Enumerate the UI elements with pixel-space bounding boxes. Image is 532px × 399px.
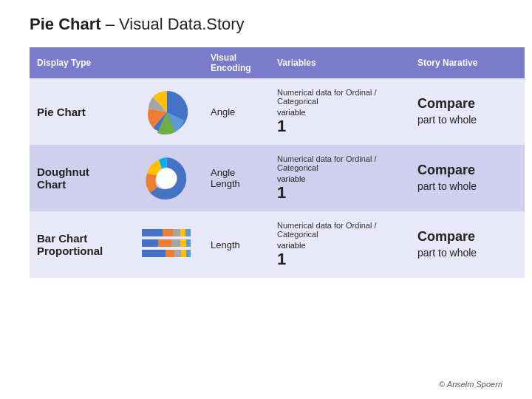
- svg-rect-1: [142, 229, 163, 236]
- variables-bar: Numerical data for Ordinal / Categorical…: [270, 211, 410, 278]
- main-table: Display Type Visual Encoding Variables S…: [30, 47, 525, 278]
- svg-rect-4: [180, 229, 185, 236]
- story-doughnut: Comparepart to whole: [410, 145, 525, 211]
- visual-doughnut: [133, 145, 203, 211]
- title-normal: – Visual Data.Story: [101, 15, 245, 33]
- visual-pie: [133, 78, 203, 145]
- bar-chart-visual: [140, 219, 192, 270]
- header-display-type: Display Type: [30, 47, 133, 78]
- table-row: Pie Chart: [30, 78, 525, 145]
- svg-rect-11: [142, 250, 166, 257]
- story-bar: Comparepart to whole: [410, 211, 525, 278]
- pie-chart-visual: [140, 86, 192, 137]
- display-type-pie: Pie Chart: [30, 78, 133, 145]
- svg-rect-6: [142, 239, 158, 247]
- header-visual: [133, 47, 203, 78]
- title-bold: Pie Chart: [30, 15, 101, 33]
- doughnut-chart-visual: [140, 152, 192, 204]
- encoding-doughnut: AngleLength: [203, 145, 270, 211]
- table-row: Bar ChartProportional: [30, 211, 525, 278]
- encoding-bar: Length: [203, 211, 270, 278]
- table-row: DoughnutChart: [30, 145, 525, 211]
- header-encoding: Visual Encoding: [203, 47, 270, 78]
- display-type-doughnut: DoughnutChart: [30, 145, 133, 211]
- svg-rect-12: [166, 250, 174, 257]
- visual-bar: [133, 211, 203, 278]
- variables-doughnut: Numerical data for Ordinal / Categorical…: [270, 145, 410, 211]
- svg-rect-13: [174, 250, 181, 257]
- svg-rect-10: [186, 239, 191, 247]
- svg-rect-3: [173, 229, 180, 236]
- svg-rect-15: [186, 250, 191, 257]
- header-story: Story Narative: [410, 47, 525, 78]
- variables-pie: Numerical data for Ordinal / Categorical…: [270, 78, 410, 145]
- header-variables: Variables: [270, 47, 410, 78]
- story-pie: Comparepart to whole: [410, 78, 525, 145]
- encoding-pie: Angle: [203, 78, 270, 145]
- svg-rect-14: [181, 250, 186, 257]
- footer-credit: © Anselm Spoerri: [439, 380, 502, 389]
- svg-rect-5: [185, 229, 191, 236]
- svg-rect-8: [171, 239, 180, 247]
- svg-rect-9: [180, 239, 186, 247]
- svg-rect-2: [163, 229, 173, 236]
- svg-point-0: [156, 168, 177, 188]
- page-title: Pie Chart – Visual Data.Story: [30, 15, 502, 34]
- display-type-bar: Bar ChartProportional: [30, 211, 133, 278]
- svg-rect-7: [158, 239, 171, 247]
